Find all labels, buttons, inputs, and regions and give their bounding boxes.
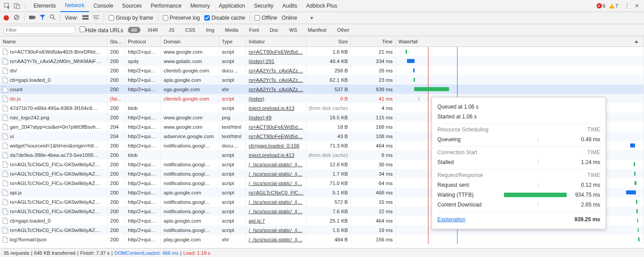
load-time: Load: 1.18 s [183,250,211,256]
svg-rect-5 [29,16,34,19]
col-waterfall[interactable]: Waterfall [396,36,644,46]
search-icon[interactable] [50,14,55,21]
camera-icon[interactable] [29,15,35,21]
dcl-time: DOMContentLoaded: 466 ms [114,250,178,256]
inspect-icon[interactable] [3,1,12,10]
transferred-size: 645 KB transferred [34,250,75,256]
column-headers: Name Sta… Protocol Domain Type Initiator… [0,36,644,47]
offline-checkbox[interactable]: Offline [254,15,277,21]
file-icon [3,171,8,177]
file-icon [3,236,8,243]
timing-popup: Queued at 1.06 s Started at 1.06 s Resou… [432,97,606,229]
file-icon [3,218,8,224]
finish-time: Finish: 7.37 s [80,250,110,256]
sort-ascending-icon [635,40,638,43]
chevron-down-icon[interactable]: ▾ [310,15,313,21]
clear-icon[interactable] [13,14,20,22]
file-icon [3,143,8,149]
file-icon [3,227,8,233]
col-status[interactable]: Sta… [107,36,125,46]
filter-chip-manifest[interactable]: Manifest [304,27,330,33]
file-icon [3,190,8,196]
file-icon [3,114,8,121]
filter-chip-font[interactable]: Font [246,27,263,33]
total-time: 939.25 ms [575,216,600,223]
file-icon [3,208,8,215]
file-icon [3,199,8,205]
tab-network[interactable]: Network [60,0,89,12]
preserve-log-checkbox[interactable]: Preserve log [163,15,200,21]
tab-memory[interactable]: Memory [186,0,214,12]
close-icon[interactable]: ✕ [632,1,641,10]
view-large-icon[interactable] [82,15,89,21]
file-icon [3,105,8,111]
tab-sources[interactable]: Sources [118,0,146,12]
svg-rect-2 [17,5,20,8]
table-row[interactable]: dn/200http/2+qui…clients5.google.comdocu… [0,66,644,75]
tab-audits[interactable]: Audits [278,0,301,12]
network-toolbar: View: Group by frame Preserve log Disabl… [0,12,644,24]
col-protocol[interactable]: Protocol [125,36,161,46]
devtools-tabbar: ElementsNetworkConsoleSourcesPerformance… [0,0,644,12]
file-icon [3,161,8,168]
col-initiator[interactable]: Initiator [246,36,306,46]
filter-icon[interactable] [40,15,45,21]
group-by-frame-checkbox[interactable]: Group by frame [109,15,153,21]
tab-performance[interactable]: Performance [146,0,186,12]
throttle-select[interactable]: Online [282,15,297,21]
filter-chip-js[interactable]: JS [165,27,178,33]
record-button[interactable] [4,15,9,21]
warning-count[interactable]: 7 [609,3,618,8]
filter-chip-css[interactable]: CSS [182,27,199,33]
svg-line-7 [53,18,55,20]
table-row[interactable]: rs=AA2YrTs_cAxIAZzM0m_MhKMAiF…200spdywww… [0,56,644,66]
device-icon[interactable] [13,1,21,10]
queued-label: Queued at 1.06 s [437,104,479,110]
svg-rect-9 [82,18,89,20]
tab-security[interactable]: Security [250,0,278,12]
filter-chip-xhr[interactable]: XHR [144,27,161,33]
svg-rect-8 [82,15,89,17]
file-icon [3,58,8,64]
file-icon [3,133,8,139]
filter-chip-media[interactable]: Media [221,27,242,33]
error-count[interactable]: ✕6 [597,3,606,8]
col-type[interactable]: Type [219,36,246,46]
file-icon [3,77,8,83]
filter-chip-other[interactable]: Other [334,27,353,33]
col-size[interactable]: Size [306,36,351,46]
filter-chip-img[interactable]: Img [203,27,218,33]
tab-elements[interactable]: Elements [29,0,60,12]
status-bar: 35 requests | 645 KB transferred | Finis… [0,248,644,257]
filter-chip-all[interactable]: All [128,27,140,33]
col-time[interactable]: Time [351,36,396,46]
table-row[interactable]: cb=gapi.loaded_0200http/2+qui…apis.googl… [0,75,644,84]
explanation-link[interactable]: Explanation [437,216,466,223]
filter-chip-doc[interactable]: Doc [266,27,282,33]
tab-adblock-plus[interactable]: Adblock Plus [302,0,342,12]
requests-count: 35 requests [4,250,29,256]
table-row[interactable]: count200http/2+qui…ogs.google.comxhrrs=A… [0,84,644,94]
file-icon [3,124,8,130]
hide-data-urls-checkbox[interactable]: Hide data URLs [80,26,123,34]
filter-input[interactable] [4,26,75,34]
col-domain[interactable]: Domain [161,36,219,46]
started-label: Started at 1.06 s [437,114,477,120]
svg-line-4 [15,16,18,19]
filter-chip-ws[interactable]: WS [286,27,301,33]
file-icon [3,49,8,55]
col-name[interactable]: Name [0,36,107,46]
table-row[interactable]: log?format=json200http/2+qui…play.google… [0,235,644,244]
svg-point-6 [50,15,54,18]
disable-cache-checkbox[interactable]: Disable cache [204,15,245,21]
view-label: View: [65,15,78,21]
tab-application[interactable]: Application [214,0,250,12]
more-icon[interactable]: ⋮ [623,1,631,10]
table-row[interactable]: rs=ACT90oFeEWd5dw402t-BmrDRbt…200http/2+… [0,47,644,56]
file-icon [3,96,8,102]
view-small-icon[interactable] [93,15,99,21]
file-icon [3,67,8,74]
file-icon [3,180,8,186]
tab-console[interactable]: Console [89,0,118,12]
file-icon [3,86,8,93]
